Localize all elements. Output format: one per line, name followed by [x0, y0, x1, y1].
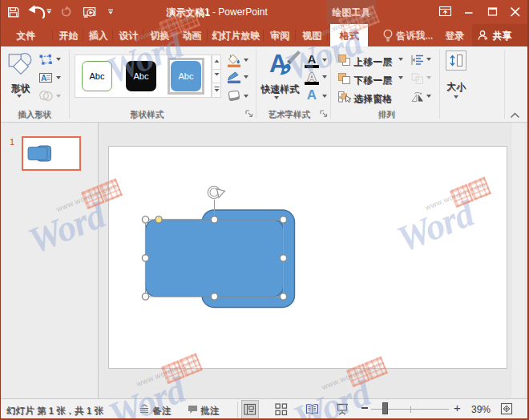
svg-text:A: A	[41, 74, 46, 83]
